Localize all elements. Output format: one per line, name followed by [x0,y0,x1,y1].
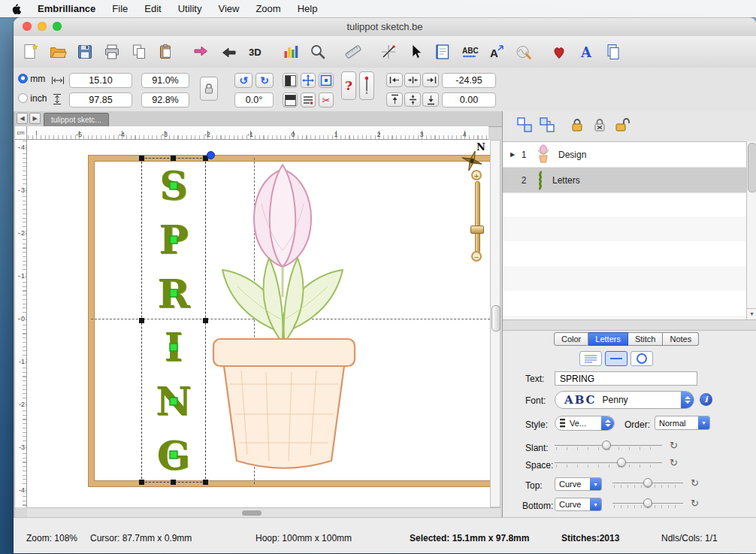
close-button[interactable] [23,22,32,31]
merge-objects-button[interactable] [537,116,557,135]
top-style-dropdown[interactable]: Curve ▼ [555,477,602,491]
letter-node[interactable] [170,397,178,405]
panel-splitter[interactable] [503,319,756,331]
align-middle-v-button[interactable] [404,92,421,107]
width-percent-field[interactable]: 91.0% [141,73,189,88]
tulip-design[interactable] [207,159,478,482]
design-letter[interactable]: G [142,428,205,482]
selection-handle[interactable] [203,318,208,323]
align-center-h-button[interactable] [404,73,421,87]
order-dropdown[interactable]: Normal ▼ [655,416,710,430]
save-design-button[interactable] [72,39,98,65]
selection-handle[interactable] [139,318,144,323]
print-button[interactable] [99,39,125,65]
menu-item-utility[interactable]: Utility [178,3,202,14]
font-dropdown[interactable]: ABC Penny [555,391,694,409]
selection-handle[interactable] [139,480,144,485]
app-menu-title[interactable]: Embrilliance [38,3,95,14]
style-dropdown[interactable]: Ve... [555,416,615,431]
unlock-object-button[interactable] [612,116,632,135]
thread-palette-button[interactable] [546,39,572,65]
top-slider-thumb[interactable] [643,478,652,487]
unit-mm-radio[interactable]: mm [18,74,45,84]
position-x-field[interactable]: -24.95 [442,73,496,88]
stitch-edit-button[interactable] [376,39,401,65]
zoom-window-button[interactable] [53,22,62,31]
menu-item-view[interactable]: View [218,3,239,14]
top-reset-button[interactable]: ↻ [691,478,699,488]
redraw-forward-button[interactable] [189,39,214,65]
align-right-button[interactable] [422,73,439,87]
design-letter[interactable]: S [142,159,205,213]
menu-item-zoom[interactable]: Zoom [256,3,280,14]
rotation-field[interactable]: 0.0° [234,92,274,107]
three-d-view-button[interactable]: 3D [243,39,268,65]
align-bottom-button[interactable] [422,92,439,107]
lock-object-button[interactable] [567,116,587,135]
new-design-button[interactable] [18,39,44,65]
scroll-down-arrow[interactable]: ▼ [747,308,756,319]
horizontal-scroll-thumb[interactable] [242,510,262,516]
fit-to-hoop-button[interactable] [319,73,334,88]
font-info-button[interactable]: i [700,393,712,406]
position-y-field[interactable]: 0.00 [442,92,496,107]
letter-node[interactable] [170,181,178,189]
tab-stitch[interactable]: Stitch [628,332,664,346]
resize-letters-button[interactable]: A [484,39,510,65]
tab-notes[interactable]: Notes [663,332,699,346]
slant-reset-button[interactable]: ↻ [670,440,678,450]
rotate-cw-button[interactable]: ↻ [256,73,274,88]
design-letter[interactable]: R [142,266,205,320]
slant-slider-thumb[interactable] [602,440,611,450]
mirror-vertical-button[interactable] [283,92,298,107]
lettering-button[interactable]: ABC [457,39,482,65]
select-tool-button[interactable] [403,39,428,65]
design-properties-button[interactable]: ? [341,71,356,100]
measure-tool-button[interactable] [340,39,366,65]
group-objects-button[interactable] [515,116,534,135]
layout-circle-button[interactable] [631,351,653,366]
canvas-vertical-scrollbar[interactable] [490,140,500,507]
stipple-tool-button[interactable] [511,39,537,65]
top-envelope-slider[interactable] [612,478,683,489]
layout-multiline-button[interactable] [579,351,602,366]
proportional-lock-button[interactable] [200,77,218,101]
design-letter[interactable]: N [142,374,205,428]
zoom-slider-handle[interactable] [470,226,484,234]
space-slider[interactable] [555,458,662,468]
trim-button[interactable]: ✂ [319,92,334,107]
apple-menu[interactable] [11,3,21,15]
menu-item-edit[interactable]: Edit [144,3,161,14]
menu-item-help[interactable]: Help [298,3,318,14]
disclosure-triangle-icon[interactable]: ▶ [507,151,518,158]
align-top-button[interactable] [386,92,403,107]
zoom-out-button[interactable]: − [471,251,482,262]
copy-button[interactable] [126,39,152,65]
letter-node[interactable] [170,343,178,351]
selection-handle[interactable] [171,156,176,161]
copy-page-button[interactable] [600,39,626,65]
zoom-in-button[interactable]: + [471,170,482,180]
paste-button[interactable] [153,39,179,65]
title-bar[interactable]: tulippot sketch.be [14,17,756,37]
design-letter[interactable]: I [142,320,205,374]
space-slider-thumb[interactable] [617,458,626,467]
mirror-horizontal-button[interactable] [283,73,298,88]
notes-button[interactable] [430,39,455,65]
monogram-button[interactable]: A [573,39,599,65]
zoom-slider-track[interactable] [475,181,480,253]
font-stepper[interactable] [681,392,694,408]
design-letter[interactable]: P [142,213,205,267]
design-viewport[interactable]: SPRING N [27,140,490,507]
bottom-reset-button[interactable]: ↻ [691,498,699,508]
lock-exclude-button[interactable] [590,116,609,135]
letters-selection[interactable]: SPRING [141,158,206,483]
bottom-style-dropdown[interactable]: Curve ▼ [555,498,602,511]
selection-handle[interactable] [171,480,176,485]
letter-node[interactable] [170,289,178,298]
bottom-slider-thumb[interactable] [643,498,652,507]
list-scroll-thumb[interactable] [748,143,756,192]
letter-node[interactable] [170,451,178,459]
object-row-design[interactable]: ▶ 1 Design [503,142,746,168]
tab-letters[interactable]: Letters [588,332,628,346]
